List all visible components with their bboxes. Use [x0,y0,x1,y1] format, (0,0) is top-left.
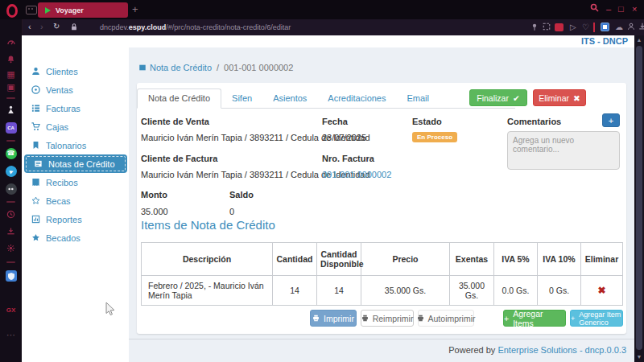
sidebar-item-notas-de-credito[interactable]: Notas de Crédito [24,154,127,173]
gx-store-icon[interactable]: ▣ [0,81,22,93]
forward-icon[interactable]: › [40,22,43,31]
scroll-down-arrow[interactable]: ▼ [634,353,644,361]
saldo-label: Saldo [229,190,254,200]
tab-asientos[interactable]: Asientos [262,89,317,108]
breadcrumb-section-link[interactable]: Nota de Crédito [138,63,212,72]
agregar-item-generico-button[interactable]: + Agregar Item Generico [570,310,623,327]
delete-row-icon[interactable]: ✖ [597,285,605,296]
minimize-button[interactable]: – [606,3,611,14]
back-icon[interactable]: ‹ [28,22,31,31]
settings-gear-icon[interactable] [0,244,22,255]
col-exentas: Exentas [450,243,494,276]
extension-icon[interactable] [601,23,609,31]
adblock-badge-icon[interactable] [555,23,564,31]
credit-note-card: Nota de Crédito Sifen Asientos Acreditac… [137,83,626,334]
card-tabs: Nota de Crédito Sifen Asientos Acreditac… [137,88,515,109]
star-outline-icon [31,196,40,205]
sidebar-item-facturas[interactable]: Facturas [22,99,129,117]
player-icon[interactable]: ▷ [570,23,576,31]
discord-icon[interactable] [0,183,22,195]
nro-factura-link[interactable]: 001-001 0000002 [322,170,391,179]
sidebar-item-reportes[interactable]: Reportes [22,210,129,228]
gx-sidebar-toggle-icon[interactable] [26,6,37,14]
comment-input[interactable] [507,131,620,170]
tab-acreditaciones[interactable]: Acreditaciones [317,89,396,108]
browser-window: Voyager + – □ × ‹ › ↻ dncpdev.espy.cloud… [0,0,644,362]
gx-sidebar: ▦ ▣ CA ☎ ▸ [0,19,23,362]
reimprimir-button[interactable]: Reimprimir [361,310,414,327]
profile-icon[interactable] [627,23,635,32]
scrollbar-thumb[interactable] [636,46,642,350]
page-scrollbar: ▲ ▼ [634,35,644,362]
browser-url-bar: ‹ › ↻ dncpdev.espy.cloud/#/prc/nota-cred… [22,19,644,35]
tab-title: Voyager [56,6,84,14]
col-cantidad-disponible: Cantidad Disponible [317,243,361,276]
sidebar-item-cajas[interactable]: Cajas [22,117,129,136]
receipt-icon [31,178,40,187]
maximize-button[interactable]: □ [618,3,624,14]
opera-logo-icon[interactable] [6,4,18,18]
downloads-icon[interactable] [638,23,644,32]
enterprise-solutions-link[interactable]: Enterprise Solutions - dncp.0.0.3 [497,345,626,355]
browser-tab[interactable]: Voyager [38,2,128,18]
imprimir-button[interactable]: Imprimir [310,310,357,327]
add-comment-button[interactable]: + [602,113,620,127]
main-content: Nota de Crédito / 001-001 0000002 Nota d… [129,47,634,362]
gx-corner-icon[interactable]: ▦ [0,68,22,80]
saldo-value: 0 [229,207,234,216]
person-icon [31,67,40,76]
cell-cantidad-disponible: 14 [317,276,361,306]
telegram-icon[interactable]: ▸ [0,166,22,177]
tab-sifen[interactable]: Sifen [221,89,262,108]
pinned-site-icon[interactable] [0,105,22,117]
sidebar-item-talonarios[interactable]: Talonarios [22,136,129,154]
lock-icon[interactable] [70,23,78,33]
whatsapp-icon[interactable]: ☎ [0,148,22,159]
estado-badge: En Proceso [412,132,457,142]
bookmark-icon [31,141,40,150]
url-text[interactable]: dncpdev.espy.cloud/#/prc/nota-credito/no… [100,23,291,31]
snapshot-icon[interactable] [543,23,551,32]
cell-cantidad: 14 [273,276,317,306]
notifications-bell-icon[interactable] [0,55,22,66]
close-button[interactable]: × [632,3,637,14]
printer-icon [361,315,369,322]
sidebar-item-recibos[interactable]: Recibos [22,173,129,191]
col-iva5: IVA 5% [494,243,538,276]
ghost-icon[interactable]: ☁ [615,23,623,31]
ca-app-icon[interactable]: CA [0,122,22,134]
scroll-up-arrow[interactable]: ▲ [634,36,644,44]
new-tab-button[interactable]: + [132,3,138,15]
app-header: ITS - DNCP [22,35,634,47]
comentarios-label: Comentarios [507,117,561,126]
sidebar-item-becados[interactable]: Becados [22,228,129,247]
strip-divider [6,261,15,263]
shield-extension-icon[interactable] [0,270,22,282]
sidebar-item-clientes[interactable]: Clientes [22,62,129,80]
strip-more-icon[interactable]: ⋯ [0,329,22,340]
app-brand: ITS - DNCP [581,36,628,46]
items-section-title: Items de Nota de Crédito [141,218,275,232]
sidebar-item-becas[interactable]: Becas [22,191,129,210]
tab-nota-de-credito[interactable]: Nota de Crédito [137,88,221,109]
reload-icon[interactable]: ↻ [53,22,60,31]
search-icon[interactable] [590,3,599,14]
estado-label: Estado [412,117,442,126]
report-chart-icon [31,215,40,224]
speed-dial-icon[interactable] [0,37,22,49]
printer-icon [312,315,320,322]
bookmark-heart-icon[interactable]: ♡ [582,23,589,31]
app-sidebar: Clientes Ventas Facturas Cajas Talonario… [22,47,129,362]
tab-email[interactable]: Email [396,89,440,108]
eliminar-button[interactable]: Eliminar✖ [533,89,586,106]
history-clock-icon[interactable] [0,210,22,221]
downloads-tray-icon[interactable] [0,227,22,238]
sidebar-item-ventas[interactable]: Ventas [22,80,129,99]
finalizar-button[interactable]: Finalizar✔ [469,89,527,106]
breadcrumb-separator: / [217,63,219,72]
agregar-items-button[interactable]: + Agregar Items [503,310,566,327]
autoimprimir-button[interactable]: Autoimprimir [418,310,474,327]
pin-icon[interactable] [530,23,539,33]
credit-note-icon [138,64,147,72]
page-footer: Powered by Enterprise Solutions - dncp.0… [129,339,634,362]
